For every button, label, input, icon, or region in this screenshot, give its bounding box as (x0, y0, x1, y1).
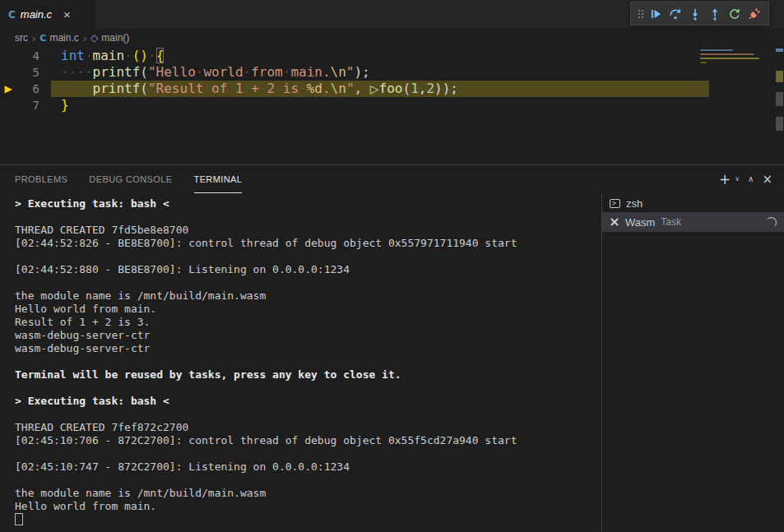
step-over-button[interactable] (666, 4, 685, 24)
code-token: · (259, 81, 267, 96)
panel-tab-terminal[interactable]: TERMINAL (194, 165, 243, 193)
code-token: · (148, 48, 156, 63)
breadcrumb: src › C main.c › ◇ main() (0, 29, 784, 47)
breadcrumb-label: src (15, 32, 28, 44)
code-line[interactable]: 4int·main·()·{ (0, 48, 784, 64)
minimap-line-mark (700, 58, 759, 59)
terminal-sidebar: >zshWasmTask (601, 193, 784, 531)
code-token: ( (140, 81, 148, 96)
terminal-line: THREAD CREATED 7fef872c2700 (15, 421, 601, 434)
terminal-line (15, 276, 601, 289)
tools-icon (610, 217, 619, 227)
terminal-line: > Executing task: bash < (15, 197, 601, 210)
code-token: 1 (411, 81, 419, 96)
code-token: \n (331, 64, 346, 80)
editor[interactable]: 4int·main·()·{5····printf("Hello·world·f… (0, 47, 784, 165)
terminal-meta: Task (661, 216, 681, 228)
code-token: "Result (148, 81, 203, 96)
code-text[interactable]: } (51, 97, 709, 113)
minimap[interactable] (700, 49, 772, 66)
code-token: is (283, 81, 299, 96)
step-into-icon (689, 7, 702, 21)
continue-icon (649, 7, 662, 21)
code-token: int (61, 48, 85, 63)
ruler-mark (776, 117, 783, 131)
code-token: · (203, 81, 211, 96)
code-token: 2 (426, 81, 434, 96)
step-over-icon (669, 7, 682, 21)
breadcrumb-separator-icon: › (83, 32, 86, 44)
inline-run-icon: ▷ (370, 82, 379, 95)
code-line[interactable]: 7} (0, 97, 784, 113)
code-token: · (124, 48, 132, 63)
code-token: , (355, 81, 363, 96)
terminal-icon: > (610, 199, 620, 208)
terminal-line (15, 474, 601, 487)
c-file-icon: C (8, 9, 16, 21)
code-line[interactable]: 5····printf("Hello·world·from·main.\n"); (0, 64, 784, 81)
minimap-line-mark (700, 49, 733, 51)
step-into-button[interactable] (685, 4, 705, 24)
maximize-panel-button[interactable]: ∧ (748, 175, 754, 183)
ruler-mark (776, 49, 783, 52)
line-number: 4 (16, 48, 39, 64)
terminal-line: wasm-debug-server-ctr (15, 329, 601, 342)
code-token: } (61, 97, 69, 113)
debug-toolbar (630, 2, 769, 25)
code-token: ( (140, 64, 148, 80)
terminal-line: wasm-debug-server-ctr (15, 342, 601, 355)
drag-handle-icon[interactable] (635, 4, 646, 24)
debug-current-line-arrow-icon[interactable]: ▶ (0, 81, 16, 97)
code-token: " (346, 81, 355, 96)
terminal-name: Wasm (625, 216, 655, 229)
continue-button[interactable] (646, 4, 666, 24)
panel-tabs: PROBLEMSDEBUG CONSOLETERMINAL (15, 165, 263, 193)
code-text[interactable]: int·main·()·{ (51, 48, 709, 64)
code-line[interactable]: ▶6····printf("Result·of·1·+·2·is·%d.\n",… (0, 81, 784, 97)
gutter-glyph-margin[interactable] (0, 97, 16, 113)
code-text[interactable]: ····printf("Result·of·1·+·2·is·%d.\n",·▷… (51, 81, 709, 97)
terminal-line: > Executing task: bash < (15, 395, 601, 408)
code-token: "Hello (148, 64, 196, 80)
terminal-line: Hello world from main. (15, 303, 601, 316)
code-token: · (227, 81, 235, 96)
code-token: () (132, 48, 148, 63)
terminal-line: THREAD CREATED 7fd5be8e8700 (15, 224, 601, 237)
restart-button[interactable] (725, 4, 745, 24)
c-file-icon: C (39, 33, 46, 44)
panel-tab-debug-console[interactable]: DEBUG CONSOLE (89, 165, 172, 193)
breadcrumb-item-main-c[interactable]: C main.c (39, 32, 78, 44)
new-terminal-button[interactable]: + (719, 173, 731, 187)
panel-tab-problems[interactable]: PROBLEMS (15, 165, 67, 193)
gutter-glyph-margin[interactable] (0, 48, 16, 64)
tab-bar: C main.c × (0, 0, 784, 29)
terminal-line: [02:44:52:880 - BE8E8700]: Listening on … (15, 263, 601, 276)
step-out-button[interactable] (705, 4, 725, 24)
terminal-line: [02:45:10:747 - 872C2700]: Listening on … (15, 460, 601, 474)
code-token: ···· (61, 64, 93, 80)
ruler-mark (776, 71, 783, 82)
terminal-line (15, 382, 601, 395)
terminal-line: the module name is /mnt/build/main.wasm (15, 487, 601, 500)
code-token: from (251, 64, 283, 80)
terminal-line: Hello world from main. (15, 500, 601, 513)
terminal-list-item-zsh[interactable]: >zsh (602, 194, 784, 212)
code-token: · (244, 64, 252, 80)
close-panel-button[interactable]: × (762, 173, 772, 186)
code-token: world (203, 64, 243, 80)
code-token: printf (93, 81, 141, 96)
terminal-list-item-wasm[interactable]: WasmTask (602, 212, 784, 232)
tab-close-icon[interactable]: × (63, 8, 71, 21)
terminal-line (15, 408, 601, 421)
code-token: 2 (267, 81, 276, 96)
gutter-glyph-margin[interactable] (0, 64, 16, 81)
disconnect-button[interactable] (745, 4, 764, 24)
breadcrumb-item-main-symbol[interactable]: ◇ main() (90, 32, 129, 44)
overview-ruler[interactable] (774, 47, 784, 165)
tab-main-c[interactable]: C main.c × (0, 0, 96, 29)
terminal-line (15, 513, 601, 527)
breadcrumb-item-src[interactable]: src (15, 32, 28, 44)
code-text[interactable]: ····printf("Hello·world·from·main.\n"); (51, 64, 709, 81)
terminal-picker-dropdown-button[interactable]: ∨ (735, 176, 740, 183)
terminal-output[interactable]: > Executing task: bash <THREAD CREATED 7… (0, 193, 601, 531)
